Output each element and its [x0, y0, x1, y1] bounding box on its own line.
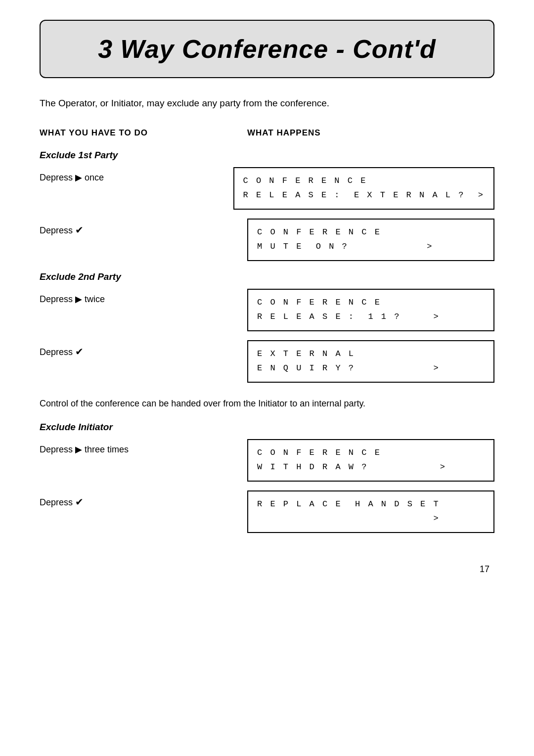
section-exclude-1st-title: Exclude 1st Party: [40, 148, 494, 163]
instruction-left: Depress ✔: [40, 490, 247, 509]
three-times-label: three times: [82, 445, 129, 454]
instruction-left: Depress ✔: [40, 340, 247, 359]
lcd-line-2: R E L E A S E : 1 1 ? >: [257, 310, 485, 324]
check-icon: ✔: [75, 496, 84, 507]
col-left-header: WHAT YOU HAVE TO DO: [40, 127, 247, 139]
mid-text: Control of the conference can be handed …: [40, 397, 494, 411]
instruction-right: C O N F E R E N C E W I T H D R A W ? >: [247, 439, 494, 482]
depress-once-label: Depress: [40, 173, 75, 182]
lcd-line-1: C O N F E R E N C E: [257, 296, 485, 310]
lcd-display: C O N F E R E N C E M U T E O N ? >: [247, 219, 494, 261]
table-row: Depress ✔ E X T E R N A L E N Q U I R Y …: [40, 340, 494, 383]
instruction-left: Depress ▶ three times: [40, 439, 247, 456]
depress-label: Depress: [40, 294, 75, 304]
page-number: 17: [40, 563, 494, 576]
once-label: once: [82, 173, 104, 182]
lcd-line-1: C O N F E R E N C E: [257, 225, 485, 240]
instruction-right: C O N F E R E N C E M U T E O N ? >: [247, 219, 494, 261]
table-row: Depress ▶ twice C O N F E R E N C E R E …: [40, 289, 494, 331]
check-icon: ✔: [75, 224, 84, 235]
lcd-display: C O N F E R E N C E W I T H D R A W ? >: [247, 439, 494, 482]
page-title-box: 3 Way Conference - Cont'd: [40, 20, 494, 78]
depress-label: Depress: [40, 347, 75, 357]
columns-header: WHAT YOU HAVE TO DO WHAT HAPPENS: [40, 127, 494, 139]
lcd-line-1: R E P L A C E H A N D S E T: [257, 497, 485, 512]
instruction-right: E X T E R N A L E N Q U I R Y ? >: [247, 340, 494, 383]
instruction-right: R E P L A C E H A N D S E T >: [247, 490, 494, 533]
instruction-right: C O N F E R E N C E R E L E A S E : E X …: [233, 167, 494, 210]
col-right-header: WHAT HAPPENS: [247, 127, 494, 139]
lcd-line-2: W I T H D R A W ? >: [257, 460, 485, 475]
lcd-line-1: E X T E R N A L: [257, 347, 485, 361]
arrow-icon: ▶: [75, 294, 82, 304]
table-row: Depress ✔ C O N F E R E N C E M U T E O …: [40, 219, 494, 261]
intro-text: The Operator, or Initiator, may exclude …: [40, 96, 494, 111]
table-row: Depress ✔ R E P L A C E H A N D S E T >: [40, 490, 494, 533]
lcd-display: E X T E R N A L E N Q U I R Y ? >: [247, 340, 494, 383]
page-title: 3 Way Conference - Cont'd: [55, 30, 479, 68]
instruction-left: Depress ▶ twice: [40, 289, 247, 306]
lcd-line-1: C O N F E R E N C E: [257, 446, 485, 460]
section-exclude-2nd-title: Exclude 2nd Party: [40, 270, 494, 284]
instruction-left: Depress ✔: [40, 219, 247, 237]
instruction-right: C O N F E R E N C E R E L E A S E : 1 1 …: [247, 289, 494, 331]
instruction-left: Depress ▶ once: [40, 167, 233, 184]
depress-label: Depress: [40, 445, 75, 454]
lcd-line-2: M U T E O N ? >: [257, 240, 485, 254]
arrow-icon: ▶: [75, 173, 82, 182]
lcd-line-2: R E L E A S E : E X T E R N A L ? >: [243, 188, 485, 203]
lcd-line-2: >: [257, 512, 485, 526]
check-icon: ✔: [75, 346, 84, 357]
table-row: Depress ▶ once C O N F E R E N C E R E L…: [40, 167, 494, 210]
depress-label: Depress: [40, 497, 75, 507]
lcd-line-2: E N Q U I R Y ? >: [257, 361, 485, 376]
lcd-line-1: C O N F E R E N C E: [243, 174, 485, 188]
lcd-display: C O N F E R E N C E R E L E A S E : E X …: [233, 167, 494, 210]
table-row: Depress ▶ three times C O N F E R E N C …: [40, 439, 494, 482]
arrow-icon: ▶: [75, 445, 82, 454]
section-exclude-initiator-title: Exclude Initiator: [40, 420, 494, 435]
depress-label: Depress: [40, 225, 75, 235]
lcd-display: R E P L A C E H A N D S E T >: [247, 490, 494, 533]
twice-label: twice: [82, 294, 105, 304]
lcd-display: C O N F E R E N C E R E L E A S E : 1 1 …: [247, 289, 494, 331]
